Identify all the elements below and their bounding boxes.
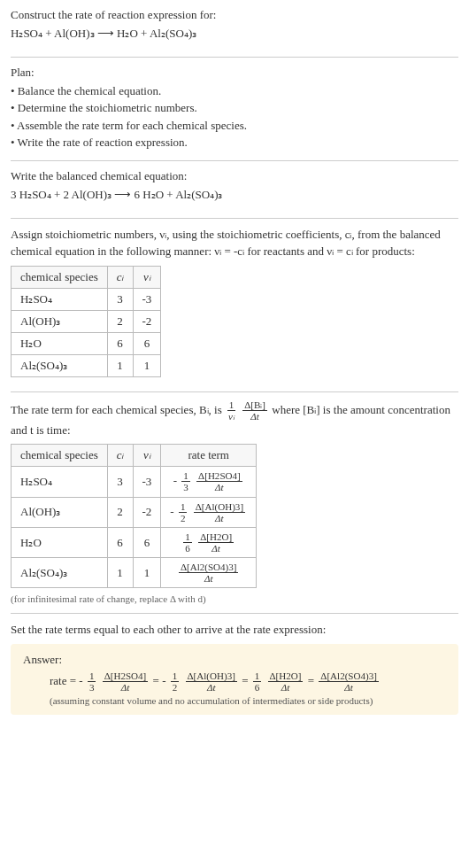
frac-dBi-dt: Δ[Bᵢ] Δt [242, 399, 267, 422]
table-row: H₂SO₄ 3 -3 [12, 288, 161, 310]
prompt-text: Construct the rate of reaction expressio… [11, 7, 458, 23]
cell-species: H₂SO₄ [12, 467, 108, 497]
cell-ci: 2 [107, 497, 133, 527]
cell-vi: -2 [133, 497, 161, 527]
cell-rate: - 13 Δ[H2SO4]Δt [161, 467, 257, 497]
table-row: Al₂(SO₄)₃ 1 1 [12, 354, 161, 376]
th-vi: νᵢ [133, 266, 161, 288]
cell-species: H₂SO₄ [12, 288, 108, 310]
frac-1-over-vi: 1 νᵢ [227, 399, 236, 422]
answer-assumption: (assuming constant volume and no accumul… [23, 695, 446, 706]
table-header-row: chemical species cᵢ νᵢ [12, 266, 161, 288]
balanced-title: Write the balanced chemical equation: [11, 168, 458, 184]
cell-species: Al₂(SO₄)₃ [12, 558, 108, 588]
th-rate: rate term [161, 445, 257, 467]
rateterm-section: The rate term for each chemical species,… [11, 399, 458, 610]
plan-title: Plan: [11, 65, 458, 81]
th-ci: cᵢ [107, 445, 133, 467]
balanced-equation: 3 H₂SO₄ + 2 Al(OH)₃ ⟶ 6 H₂O + Al₂(SO₄)₃ [11, 186, 458, 204]
table-row: Al(OH)₃ 2 -2 - 12 Δ[Al(OH)3]Δt [12, 497, 257, 527]
plan-item: Balance the chemical equation. [11, 82, 458, 100]
rateterm-intro-pre: The rate term for each chemical species,… [11, 402, 225, 415]
cell-vi: -3 [133, 467, 161, 497]
table-row: Al(OH)₃ 2 -2 [12, 310, 161, 332]
plan-item: Write the rate of reaction expression. [11, 134, 458, 151]
cell-species: H₂O [12, 332, 108, 354]
rateterm-table: chemical species cᵢ νᵢ rate term H₂SO₄ 3… [11, 444, 257, 588]
table-header-row: chemical species cᵢ νᵢ rate term [12, 445, 257, 467]
table-row: H₂SO₄ 3 -3 - 13 Δ[H2SO4]Δt [12, 467, 257, 497]
cell-species: Al₂(SO₄)₃ [12, 354, 108, 376]
rateterm-intro: The rate term for each chemical species,… [11, 399, 458, 439]
stoich-section: Assign stoichiometric numbers, νᵢ, using… [11, 226, 458, 388]
prompt-equation: H₂SO₄ + Al(OH)₃ ⟶ H₂O + Al₂(SO₄)₃ [11, 25, 458, 43]
cell-vi: -3 [133, 288, 161, 310]
answer-label: Answer: [23, 653, 446, 667]
cell-ci: 1 [107, 558, 133, 588]
cell-ci: 3 [107, 467, 133, 497]
th-species: chemical species [12, 445, 108, 467]
cell-vi: -2 [133, 310, 161, 332]
rate-expression: rate = - 13 Δ[H2SO4]Δt = - 12 Δ[Al(OH)3]… [23, 670, 446, 694]
cell-vi: 1 [133, 558, 161, 588]
prompt-section: Construct the rate of reaction expressio… [11, 7, 458, 53]
th-species: chemical species [12, 266, 108, 288]
final-intro: Set the rate terms equal to each other t… [11, 621, 458, 639]
cell-rate: - 12 Δ[Al(OH)3]Δt [161, 497, 257, 527]
divider [11, 218, 458, 219]
cell-ci: 6 [107, 527, 133, 557]
cell-species: Al(OH)₃ [12, 310, 108, 332]
cell-species: H₂O [12, 527, 108, 557]
divider [11, 57, 458, 58]
cell-ci: 6 [107, 332, 133, 354]
cell-vi: 6 [133, 332, 161, 354]
cell-species: Al(OH)₃ [12, 497, 108, 527]
divider [11, 391, 458, 392]
cell-vi: 6 [133, 527, 161, 557]
divider [11, 160, 458, 161]
cell-vi: 1 [133, 354, 161, 376]
stoich-intro: Assign stoichiometric numbers, νᵢ, using… [11, 226, 458, 260]
cell-ci: 1 [107, 354, 133, 376]
plan-item: Determine the stoichiometric numbers. [11, 99, 458, 117]
plan-item: Assemble the rate term for each chemical… [11, 117, 458, 135]
divider [11, 613, 458, 614]
answer-box: Answer: rate = - 13 Δ[H2SO4]Δt = - 12 Δ[… [11, 644, 458, 715]
rateterm-note: (for infinitesimal rate of change, repla… [11, 593, 458, 604]
cell-ci: 3 [107, 288, 133, 310]
table-row: H₂O 6 6 16 Δ[H2O]Δt [12, 527, 257, 557]
table-row: Al₂(SO₄)₃ 1 1 Δ[Al2(SO4)3]Δt [12, 558, 257, 588]
plan-list: Balance the chemical equation. Determine… [11, 82, 458, 151]
th-vi: νᵢ [133, 445, 161, 467]
cell-ci: 2 [107, 310, 133, 332]
balanced-section: Write the balanced chemical equation: 3 … [11, 168, 458, 214]
cell-rate: 16 Δ[H2O]Δt [161, 527, 257, 557]
stoich-table: chemical species cᵢ νᵢ H₂SO₄ 3 -3 Al(OH)… [11, 266, 161, 377]
rate-prefix: rate = [50, 674, 79, 687]
final-section: Set the rate terms equal to each other t… [11, 621, 458, 719]
th-ci: cᵢ [107, 266, 133, 288]
table-row: H₂O 6 6 [12, 332, 161, 354]
cell-rate: Δ[Al2(SO4)3]Δt [161, 558, 257, 588]
plan-section: Plan: Balance the chemical equation. Det… [11, 65, 458, 157]
